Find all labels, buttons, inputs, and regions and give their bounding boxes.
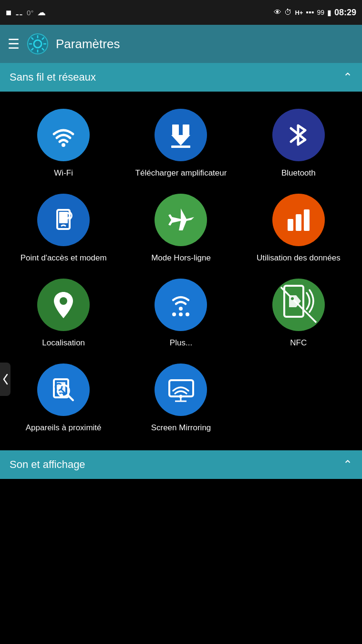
svg-point-21 [179, 307, 183, 311]
mirroring-label: Screen Mirroring [151, 423, 211, 433]
svg-line-34 [68, 395, 73, 400]
svg-rect-11 [172, 125, 179, 135]
downloader-icon-circle [155, 109, 207, 161]
status-left-icons: ■ ⚋ 0° ☁ [6, 7, 46, 18]
data-usage-icon [283, 205, 314, 236]
svg-point-27 [291, 297, 294, 300]
wifi-item[interactable]: Wi-Fi [5, 101, 122, 186]
svg-point-38 [179, 395, 182, 398]
bluetooth-icon [285, 120, 311, 151]
settings-grid: Wi-Fi Télécharger amplificateur Bluet [0, 92, 362, 450]
nearby-icon [48, 374, 79, 405]
hplus-icon: H+ [295, 9, 303, 16]
sound-display-chevron-icon: ⌃ [343, 458, 352, 471]
svg-rect-18 [296, 214, 301, 231]
more-icon [165, 290, 197, 321]
svg-rect-35 [169, 380, 193, 396]
bluetooth-item[interactable]: Bluetooth [240, 101, 357, 186]
data-usage-icon-circle [272, 194, 325, 246]
svg-point-22 [172, 312, 176, 316]
wifi-icon-circle [37, 109, 90, 161]
grid-row-2: Point d'accès et modem Mode Hors-ligne [5, 186, 357, 271]
side-arrow-icon [2, 372, 8, 386]
status-time: 08:29 [334, 8, 356, 18]
more-item[interactable]: Plus... [122, 271, 239, 356]
svg-rect-12 [183, 125, 189, 135]
eye-icon: 👁 [274, 8, 281, 17]
airplane-label: Mode Hors-ligne [151, 253, 211, 263]
hotspot-icon-circle [37, 194, 90, 246]
data-usage-item[interactable]: Utilisation des données [240, 186, 357, 271]
svg-rect-16 [59, 212, 68, 223]
grid-row-1: Wi-Fi Télécharger amplificateur Bluet [5, 101, 357, 186]
shield-icon: ⚋ [15, 7, 23, 18]
wireless-section-header[interactable]: Sans fil et réseaux ⌃ [0, 63, 362, 92]
downloader-label: Télécharger amplificateur [135, 168, 227, 178]
mirroring-icon [165, 374, 197, 405]
status-bar: ■ ⚋ 0° ☁ 👁 ⏱ H+ ▪▪▪ 99 ▮ 08:29 [0, 0, 362, 25]
hotspot-item[interactable]: Point d'accès et modem [5, 186, 122, 271]
download-icon [166, 121, 195, 149]
svg-point-20 [60, 297, 67, 305]
location-icon-circle [37, 279, 90, 331]
nearby-label: Appareils à proximité [26, 423, 102, 433]
hotspot-icon [49, 205, 78, 235]
grid-row-3: Localisation Plus... [5, 271, 357, 356]
more-icon-circle [155, 279, 207, 331]
signal-icon: ▪▪▪ [306, 8, 314, 17]
mirroring-icon-circle [155, 364, 207, 416]
svg-point-24 [186, 312, 189, 316]
nfc-label: NFC [290, 338, 307, 348]
nfc-item[interactable]: NFC [240, 271, 357, 356]
nfc-icon [272, 279, 325, 331]
wifi-icon [49, 121, 78, 149]
data-usage-label: Utilisation des données [257, 253, 341, 263]
settings-gear-icon [27, 33, 48, 54]
sound-display-section-title: Son et affichage [10, 458, 85, 471]
grid-row-4: Appareils à proximité Screen Mir [5, 356, 357, 441]
sound-display-section-header[interactable]: Son et affichage ⌃ [0, 450, 362, 479]
status-right-icons: 👁 ⏱ H+ ▪▪▪ 99 ▮ 08:29 [274, 8, 356, 18]
location-label: Localisation [42, 338, 85, 348]
side-handle[interactable] [0, 363, 10, 396]
svg-point-23 [179, 312, 183, 316]
svg-marker-13 [171, 135, 190, 145]
svg-rect-19 [304, 209, 310, 231]
hotspot-label: Point d'accès et modem [21, 253, 107, 263]
mirroring-item[interactable]: Screen Mirroring [122, 356, 239, 441]
temp-icon: 0° [27, 9, 33, 17]
svg-point-10 [62, 143, 65, 147]
location-icon [49, 290, 78, 321]
app-bar: ☰ Paramètres [0, 25, 362, 63]
wireless-section-title: Sans fil et réseaux [10, 71, 96, 83]
bluetooth-icon-circle [272, 109, 325, 161]
empty-slot [240, 356, 357, 441]
nfc-icon-circle [272, 279, 325, 331]
downloader-item[interactable]: Télécharger amplificateur [122, 101, 239, 186]
bbm-icon: ■ [6, 7, 11, 18]
nearby-item[interactable]: Appareils à proximité [5, 356, 122, 441]
airplane-icon [165, 205, 197, 236]
bluetooth-label: Bluetooth [281, 168, 316, 178]
battery-icon: ▮ [327, 8, 331, 17]
svg-rect-14 [171, 145, 190, 148]
battery-level: 99 [317, 9, 324, 16]
alarm-icon: ⏱ [284, 8, 292, 17]
location-item[interactable]: Localisation [5, 271, 122, 356]
airplane-item[interactable]: Mode Hors-ligne [122, 186, 239, 271]
wireless-chevron-icon: ⌃ [343, 71, 352, 84]
wifi-label: Wi-Fi [54, 168, 73, 178]
cloud-icon: ☁ [37, 7, 46, 18]
airplane-icon-circle [155, 194, 207, 246]
svg-rect-17 [288, 219, 293, 231]
nearby-icon-circle [37, 364, 90, 416]
more-label: Plus... [170, 338, 192, 348]
page-title: Paramètres [56, 37, 120, 52]
menu-button[interactable]: ☰ [8, 36, 20, 52]
